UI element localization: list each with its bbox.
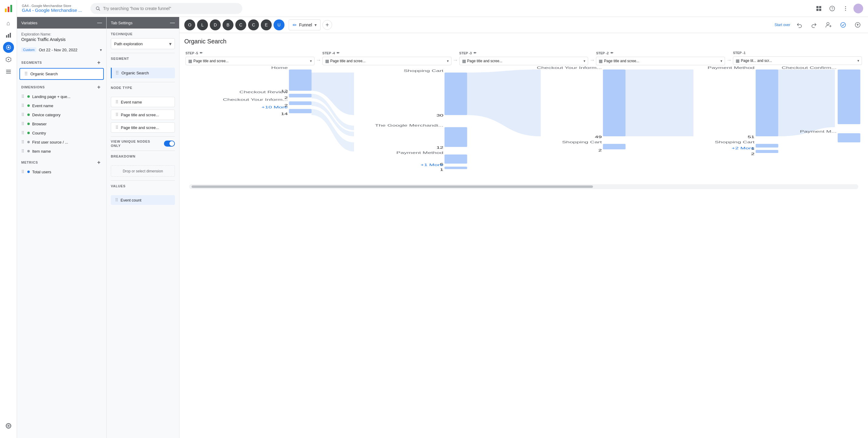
- technique-selector[interactable]: Path exploration ▾: [111, 38, 175, 49]
- svg-text:Checkout Your Inform...: Checkout Your Inform...: [223, 98, 288, 101]
- funnel-tab-U[interactable]: U: [274, 20, 284, 30]
- variables-panel-minimize[interactable]: —: [97, 20, 102, 26]
- add-metric-button[interactable]: +: [96, 159, 102, 165]
- step-2-dimension-selector[interactable]: ▦ Page title and scree... ▾: [596, 57, 725, 65]
- date-range-row[interactable]: Custom Oct 22 - Nov 20, 2022 ▾: [17, 45, 106, 56]
- step-5-dimension-selector[interactable]: ▦ Page title and scree... ▾: [186, 57, 314, 65]
- bar-step2-shopping-cart[interactable]: [756, 144, 778, 148]
- dim-dot-gray: [27, 141, 30, 143]
- segment-badge-item[interactable]: ⠿ Organic Search: [111, 68, 175, 78]
- grid-icon[interactable]: [813, 3, 824, 14]
- nav-home[interactable]: ⌂: [3, 18, 14, 29]
- funnel-tab-E[interactable]: E: [261, 20, 272, 30]
- search-input[interactable]: [103, 6, 238, 11]
- share-button[interactable]: [852, 20, 863, 30]
- step-3-dimension-selector[interactable]: ▦ Page title and scree... ▾: [459, 57, 588, 65]
- property-name[interactable]: GA4 - Google Merchandise ...: [22, 8, 82, 13]
- node-item-event-name[interactable]: ⠿ Event name: [111, 97, 175, 107]
- step-1-dimension-selector[interactable]: ▦ Page tit... and scr... ▾: [733, 57, 862, 65]
- node-item-page-title-1[interactable]: ⠿ Page title and scree...: [111, 110, 175, 120]
- variables-panel: Variables — Exploration Name: Organic Tr…: [17, 17, 106, 438]
- svg-text:Payment Method: Payment Method: [707, 66, 754, 69]
- funnel-tab-C2[interactable]: C: [248, 20, 259, 30]
- add-user-button[interactable]: [823, 20, 834, 30]
- funnel-tab-B[interactable]: B: [222, 20, 234, 30]
- segment-item-organic-search[interactable]: ⠿ Organic Search: [20, 68, 104, 80]
- user-avatar[interactable]: [854, 4, 863, 13]
- step-4-dim-arrow: ▾: [447, 59, 449, 63]
- bar-step2-payment[interactable]: [756, 69, 778, 136]
- node-drag-handle: ⠿: [115, 125, 118, 130]
- step-2-edit-icon[interactable]: ✏: [611, 51, 613, 55]
- view-unique-nodes-toggle[interactable]: [164, 140, 175, 147]
- bar-step3-checkout-inform[interactable]: [603, 69, 626, 136]
- dimension-landing-page[interactable]: ⠿ Landing page + que...: [17, 92, 106, 101]
- dimension-item-name[interactable]: ⠿ Item name: [17, 147, 106, 156]
- step-4-dimension-selector[interactable]: ▦ Page title and scree... ▾: [322, 57, 452, 65]
- funnel-tab-L[interactable]: L: [197, 20, 208, 30]
- dimension-country[interactable]: ⠿ Country: [17, 128, 106, 137]
- check-button[interactable]: [838, 20, 848, 30]
- node-item-page-title-2[interactable]: ⠿ Page title and scree...: [111, 122, 175, 133]
- technique-dropdown-arrow: ▾: [169, 41, 172, 47]
- bar-step4-shopping-cart[interactable]: [444, 72, 467, 115]
- analytics-logo[interactable]: [2, 2, 14, 14]
- tab-settings-panel: Tab Settings — TECHNIQUE Path exploratio…: [106, 17, 179, 438]
- dim-drag-handle: ⠿: [21, 103, 24, 108]
- dimension-browser[interactable]: ⠿ Browser: [17, 119, 106, 128]
- bar-step4-google-merch[interactable]: [444, 127, 467, 147]
- dimension-event-name[interactable]: ⠿ Event name: [17, 101, 106, 110]
- breakdown-drop-zone[interactable]: Drop or select dimension: [111, 165, 175, 177]
- step-4-label: STEP -4: [322, 51, 335, 55]
- dimension-device-category[interactable]: ⠿ Device category: [17, 110, 106, 119]
- redo-button[interactable]: [808, 20, 819, 30]
- bar-step5-home[interactable]: [289, 69, 312, 91]
- bar-step3-shopping-cart[interactable]: [603, 144, 626, 149]
- value-item-event-count[interactable]: ⠿ Event count: [111, 195, 175, 205]
- bar-step1-checkout-confirm[interactable]: [838, 69, 860, 124]
- segment-badge-text: Organic Search: [121, 71, 149, 75]
- metric-total-users[interactable]: ⠿ Total users: [17, 167, 106, 176]
- tab-settings-panel-minimize[interactable]: —: [170, 20, 175, 26]
- exploration-name-value[interactable]: Organic Traffic Analysis: [17, 37, 106, 45]
- bar-step4-more[interactable]: [444, 167, 467, 169]
- date-range-chevron[interactable]: ▾: [100, 48, 102, 52]
- funnel-tab-O[interactable]: O: [184, 20, 195, 30]
- step-3-edit-icon[interactable]: ✏: [474, 51, 476, 55]
- funnel-tab-C1[interactable]: C: [235, 20, 246, 30]
- funnel-toolbar: O L D B C C E U ✏ Funnel ▾ +: [179, 17, 868, 33]
- help-icon[interactable]: ?: [827, 3, 838, 14]
- bar-step2-more[interactable]: [756, 150, 778, 153]
- bar-step4-payment[interactable]: [444, 155, 467, 164]
- step-5-edit-icon[interactable]: ✏: [200, 51, 203, 55]
- undo-button[interactable]: [794, 20, 805, 30]
- nav-configure[interactable]: [3, 66, 14, 77]
- bar-step1-payment[interactable]: [838, 133, 860, 143]
- nav-settings[interactable]: [3, 420, 14, 431]
- step-4-edit-icon[interactable]: ✏: [337, 51, 339, 55]
- tab-settings-panel-title: Tab Settings: [111, 21, 133, 25]
- bar-step5-more[interactable]: [289, 109, 312, 113]
- start-over-button[interactable]: Start over: [774, 23, 790, 27]
- more-vert-icon[interactable]: [840, 3, 851, 14]
- nav-reports[interactable]: [3, 30, 14, 41]
- add-dimension-button[interactable]: +: [96, 84, 102, 90]
- bar-step5-checkout-review[interactable]: [289, 94, 312, 97]
- funnel-add-tab-button[interactable]: +: [322, 20, 332, 30]
- funnel-tab-D[interactable]: D: [210, 20, 221, 30]
- dim-name: First user source / ...: [32, 140, 68, 145]
- nav-explore[interactable]: [3, 42, 14, 53]
- step-1-dim-arrow: ▾: [857, 59, 859, 63]
- funnel-technique-selector[interactable]: ✏ Funnel ▾: [289, 20, 320, 30]
- bar-step5-checkout-inform[interactable]: [289, 101, 312, 105]
- dimension-first-user-source[interactable]: ⠿ First user source / ...: [17, 137, 106, 147]
- horizontal-scrollbar[interactable]: [189, 184, 858, 189]
- svg-rect-9: [6, 70, 11, 70]
- add-segment-button[interactable]: +: [96, 60, 102, 66]
- svg-text:?: ?: [831, 7, 833, 11]
- search-bar[interactable]: [91, 3, 242, 14]
- svg-text:Payment Method: Payment Method: [397, 151, 443, 155]
- step-2-label: STEP -2: [596, 51, 609, 55]
- nav-advertising[interactable]: [3, 54, 14, 65]
- arrow-2: →: [453, 51, 458, 65]
